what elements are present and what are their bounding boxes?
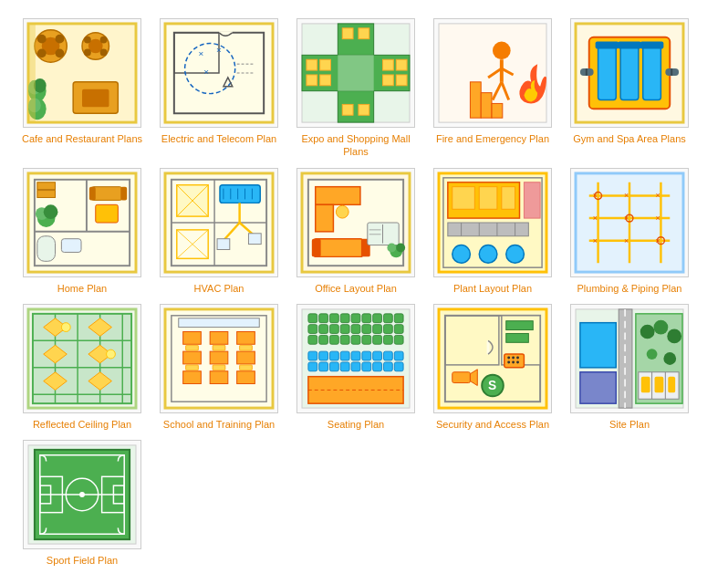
svg-point-126 — [396, 243, 405, 252]
card-img-cafe — [23, 18, 141, 128]
card-img-gym — [570, 18, 689, 128]
svg-point-259 — [507, 360, 510, 363]
card-ceiling[interactable]: Reflected Ceiling Plan — [18, 304, 146, 431]
card-plant[interactable]: Plant Layout Plan — [429, 168, 556, 295]
card-label-security: Security and Access Plan — [436, 418, 549, 431]
card-img-plant — [433, 168, 552, 277]
card-cafe[interactable]: Cafe and Restaurant Plans — [18, 18, 146, 159]
card-gym[interactable]: Gym and Spa Area Plans — [566, 18, 693, 159]
card-img-hvac — [160, 168, 278, 277]
svg-rect-214 — [351, 325, 360, 334]
card-school[interactable]: School and Training Plan — [155, 304, 283, 431]
svg-rect-220 — [319, 335, 328, 344]
svg-point-141 — [506, 245, 525, 263]
card-electric[interactable]: × × × Electric and Telecom Plan — [155, 18, 283, 159]
card-seating[interactable]: Seating Plan — [292, 304, 420, 431]
svg-point-82 — [44, 204, 58, 219]
card-label-plant: Plant Layout Plan — [453, 282, 532, 295]
svg-point-275 — [667, 328, 681, 343]
card-home[interactable]: Home Plan — [18, 168, 146, 295]
svg-rect-254 — [506, 333, 529, 342]
svg-rect-239 — [329, 362, 338, 371]
svg-rect-53 — [492, 103, 503, 118]
svg-rect-230 — [329, 351, 338, 360]
card-hvac[interactable]: HVAC Plan — [155, 168, 283, 295]
svg-point-261 — [516, 360, 519, 363]
svg-rect-235 — [383, 351, 392, 360]
svg-point-256 — [507, 356, 510, 359]
card-expo[interactable]: Expo and Shopping Mall Plans — [292, 18, 420, 159]
svg-rect-47 — [359, 28, 369, 39]
svg-rect-83 — [91, 186, 122, 200]
svg-rect-228 — [308, 351, 317, 360]
svg-rect-229 — [319, 351, 328, 360]
svg-rect-215 — [362, 325, 371, 334]
svg-rect-85 — [120, 186, 127, 200]
svg-rect-191 — [210, 371, 228, 384]
svg-rect-49 — [359, 104, 369, 115]
svg-point-258 — [516, 356, 519, 359]
svg-rect-67 — [618, 42, 641, 49]
card-img-fire — [433, 18, 552, 128]
svg-rect-78 — [37, 182, 56, 189]
svg-point-180 — [107, 349, 116, 359]
card-img-ceiling — [23, 304, 141, 413]
card-office[interactable]: Office Layout Plan — [292, 168, 420, 295]
svg-rect-234 — [373, 351, 382, 360]
svg-rect-131 — [452, 186, 475, 209]
svg-rect-231 — [340, 351, 349, 360]
svg-rect-219 — [308, 335, 317, 344]
svg-rect-142 — [524, 182, 540, 217]
svg-text:×: × — [198, 48, 203, 58]
svg-rect-21 — [28, 24, 36, 122]
svg-rect-193 — [186, 345, 199, 350]
svg-rect-269 — [580, 372, 616, 403]
svg-text:×: × — [656, 214, 660, 223]
svg-point-277 — [663, 352, 676, 365]
svg-rect-253 — [506, 321, 534, 330]
svg-rect-188 — [210, 351, 228, 364]
card-label-site: Site Plan — [609, 418, 650, 431]
svg-rect-238 — [319, 362, 328, 371]
svg-rect-227 — [394, 335, 403, 344]
svg-point-4 — [37, 35, 47, 44]
svg-rect-65 — [643, 47, 661, 100]
svg-point-257 — [512, 356, 515, 359]
svg-rect-38 — [307, 59, 317, 70]
svg-rect-88 — [61, 238, 81, 252]
svg-point-179 — [61, 323, 70, 332]
card-site[interactable]: Site Plan — [566, 304, 693, 431]
card-sport[interactable]: Sport Field Plan — [18, 440, 146, 567]
card-label-expo: Expo and Shopping Mall Plans — [292, 132, 420, 159]
card-img-expo — [296, 18, 415, 128]
svg-point-16 — [100, 36, 108, 44]
svg-rect-37 — [338, 55, 373, 90]
card-label-ceiling: Reflected Ceiling Plan — [33, 418, 131, 431]
svg-rect-232 — [351, 351, 360, 360]
svg-rect-268 — [580, 323, 616, 368]
svg-rect-243 — [373, 362, 382, 371]
svg-rect-213 — [340, 325, 349, 334]
svg-rect-97 — [220, 184, 260, 203]
svg-point-6 — [37, 48, 47, 57]
svg-rect-189 — [237, 351, 255, 364]
svg-rect-48 — [342, 104, 353, 115]
svg-rect-240 — [340, 362, 349, 371]
svg-rect-223 — [351, 335, 360, 344]
svg-rect-106 — [217, 238, 230, 249]
svg-rect-236 — [394, 351, 403, 360]
svg-rect-205 — [351, 314, 360, 323]
card-plumbing[interactable]: × × × × × × × × × Plumbing & Piping Plan — [566, 168, 693, 295]
card-img-home — [23, 168, 141, 277]
svg-point-289 — [79, 492, 85, 497]
svg-rect-187 — [183, 351, 202, 364]
card-label-hvac: HVAC Plan — [194, 282, 244, 295]
card-fire[interactable]: Fire and Emergency Plan — [429, 18, 556, 159]
svg-text:×: × — [203, 67, 209, 77]
card-img-office — [296, 168, 415, 277]
svg-rect-118 — [312, 238, 321, 256]
svg-rect-233 — [362, 351, 371, 360]
svg-point-273 — [640, 325, 655, 339]
svg-rect-114 — [316, 186, 360, 204]
card-security[interactable]: S Security and Access Plan — [429, 304, 556, 431]
